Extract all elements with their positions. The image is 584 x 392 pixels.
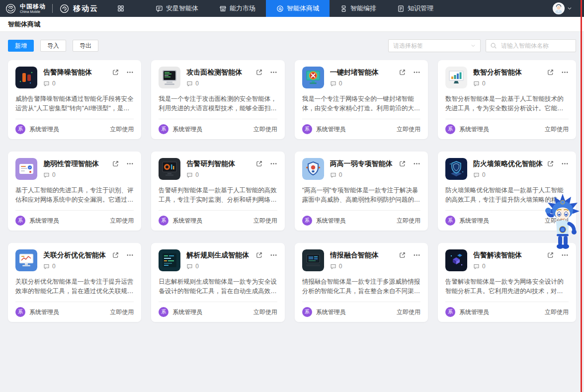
more-icon[interactable] xyxy=(270,251,277,259)
more-icon[interactable] xyxy=(270,160,277,167)
use-now-link[interactable]: 立即使用 xyxy=(397,125,420,134)
comment-icon xyxy=(330,263,336,270)
use-now-link[interactable]: 立即使用 xyxy=(397,217,420,225)
tag-select[interactable]: 请选择标签 xyxy=(388,39,481,52)
agent-title: 两高一弱专项智能体 xyxy=(330,158,395,168)
more-icon[interactable] xyxy=(126,160,134,167)
user-avatar[interactable] xyxy=(553,2,565,14)
share-icon[interactable] xyxy=(399,160,406,167)
agent-title: 告警降噪智能体 xyxy=(43,67,108,77)
comment-count: 0 xyxy=(339,263,342,270)
more-icon[interactable] xyxy=(126,69,134,76)
use-now-link[interactable]: 立即使用 xyxy=(253,125,277,134)
nav-item-0[interactable]: 安星智能体 xyxy=(145,0,209,17)
agent-description: 情报融合智能体是一款专注于多源威胁情报分析的智能化工具，旨在整合来自不同渠道的情… xyxy=(302,277,420,297)
toolbar-button-1[interactable]: 导入 xyxy=(40,40,66,52)
agent-description: 告警研判智能体是一款基于人工智能的高效工具，专注于实时监测、分析和研判网络安全脆… xyxy=(159,186,277,205)
use-now-link[interactable]: 立即使用 xyxy=(110,125,134,134)
nav-item-3[interactable]: 智能编排 xyxy=(330,0,387,17)
agent-description: 基于人工智能的先进工具，专注于识别、评估和应对网络系统中的安全漏洞。它通过自动化… xyxy=(15,186,134,205)
toolbar-buttons: 新增导入导出 xyxy=(8,40,98,52)
nav-item-4[interactable]: 知识管理 xyxy=(387,0,444,17)
use-now-link[interactable]: 立即使用 xyxy=(397,308,420,316)
comment-icon xyxy=(473,263,480,270)
nav-item-1[interactable]: 能力市场 xyxy=(209,0,266,17)
comment-count: 0 xyxy=(339,80,342,87)
author-avatar: 系 xyxy=(302,124,312,134)
chevron-down-icon[interactable] xyxy=(567,6,572,11)
more-icon[interactable] xyxy=(126,251,134,259)
author-avatar: 系 xyxy=(445,307,455,317)
nav-item-2[interactable]: 智能体商城 xyxy=(266,0,330,17)
block-icon xyxy=(302,67,324,88)
operator-name-en: China Mobile xyxy=(20,10,46,13)
use-now-link[interactable]: 立即使用 xyxy=(545,125,569,134)
agent-card: 告警降噪智能体 0 威胁告警降噪智能体通过智能化手段将安全运营从"人工密集型"转… xyxy=(8,60,141,139)
search-input[interactable] xyxy=(500,42,572,50)
author-name: 系统管理员 xyxy=(316,217,346,225)
share-icon[interactable] xyxy=(255,69,263,76)
more-icon[interactable] xyxy=(413,251,420,259)
share-icon[interactable] xyxy=(112,160,119,167)
share-icon[interactable] xyxy=(399,69,406,76)
more-icon[interactable] xyxy=(413,160,420,167)
search-icon xyxy=(490,42,497,49)
agent-description: 我是一个专注于攻击面检测的安全智能体，利用先进的大语言模型技术，能够全面扫描和分… xyxy=(159,94,277,114)
share-icon[interactable] xyxy=(112,251,119,259)
share-icon[interactable] xyxy=(547,160,554,167)
nav-item-label: 能力市场 xyxy=(230,4,255,13)
agent-card: 一键封堵智能体 0 我是一个专注于网络安全的一键封堵智能体，由安全专家精心打造。… xyxy=(295,60,428,139)
author-name: 系统管理员 xyxy=(459,217,489,225)
toolbar-button-2[interactable]: 导出 xyxy=(73,40,98,52)
two-high-icon xyxy=(302,158,324,180)
data-analysis-icon xyxy=(445,67,467,88)
agent-description: 告警解读智能体是一款专为网络安全设计的智能分析工具。它利用先进的AI技术，对设备… xyxy=(445,277,569,297)
agent-card: 情报融合智能体 0 情报融合智能体是一款专注于多源威胁情报分析的智能化工具，旨在… xyxy=(295,243,428,322)
product-name: 移动云 xyxy=(73,4,98,13)
use-now-link[interactable]: 立即使用 xyxy=(110,308,134,316)
use-now-link[interactable]: 立即使用 xyxy=(110,217,134,225)
comment-icon xyxy=(186,172,193,178)
screen-edge-red-line xyxy=(581,0,582,392)
nav-item-label: 安星智能体 xyxy=(166,4,198,13)
more-icon[interactable] xyxy=(561,160,569,167)
agent-title: 解析规则生成智能体 xyxy=(186,249,251,260)
vulnerability-icon xyxy=(15,158,37,180)
author-avatar: 系 xyxy=(302,216,312,226)
agent-description: "两高一弱"专项智能体是一款专注于解决暴露面中高威胁、高脆弱性和弱防护问题的智能… xyxy=(302,186,420,205)
agent-description: 数智分析智能体是一款基于人工智能技术的先进工具，专为安全数据分析设计。它能够高效… xyxy=(445,94,569,114)
comment-icon xyxy=(43,263,50,270)
share-icon[interactable] xyxy=(547,69,554,76)
agent-card: 攻击面检测智能体 0 我是一个专注于攻击面检测的安全智能体，利用先进的大语言模型… xyxy=(151,60,284,139)
china-mobile-logo-icon xyxy=(5,3,16,14)
agent-description: 我是一个专注于网络安全的一键封堵智能体，由安全专家精心打造。利用前沿的大模型技术… xyxy=(302,94,420,114)
share-icon[interactable] xyxy=(112,69,119,76)
author-name: 系统管理员 xyxy=(29,217,59,225)
parse-rules-icon xyxy=(159,249,180,271)
comment-count: 0 xyxy=(195,263,199,270)
share-icon[interactable] xyxy=(399,251,406,259)
use-now-link[interactable]: 立即使用 xyxy=(545,308,569,316)
share-icon[interactable] xyxy=(255,160,263,167)
use-now-link[interactable]: 立即使用 xyxy=(253,217,277,225)
more-icon[interactable] xyxy=(270,69,277,76)
knowledge-icon xyxy=(397,5,405,12)
more-icon[interactable] xyxy=(413,69,420,76)
agent-card: 告警解读智能体 0 告警解读智能体是一款专为网络安全设计的智能分析工具。它利用先… xyxy=(438,243,576,322)
author-name: 系统管理员 xyxy=(172,125,202,134)
share-icon[interactable] xyxy=(255,251,263,259)
apps-grid-icon[interactable] xyxy=(117,5,124,12)
firewall-icon xyxy=(445,158,467,180)
ecloud-logo-icon xyxy=(59,3,70,14)
agent-title: 数智分析智能体 xyxy=(473,67,543,77)
assistant-mascot[interactable] xyxy=(545,194,580,254)
author-avatar: 系 xyxy=(445,216,455,226)
use-now-link[interactable]: 立即使用 xyxy=(253,308,277,316)
toolbar-button-0[interactable]: 新增 xyxy=(8,40,34,52)
comment-count: 0 xyxy=(482,80,486,87)
agent-title: 关联分析优化智能体 xyxy=(43,249,108,260)
toolbar: 新增导入导出 请选择标签 xyxy=(0,32,584,52)
china-mobile-wordmark: 中国移动 China Mobile xyxy=(20,3,46,13)
more-icon[interactable] xyxy=(561,69,569,76)
author-name: 系统管理员 xyxy=(29,125,59,134)
